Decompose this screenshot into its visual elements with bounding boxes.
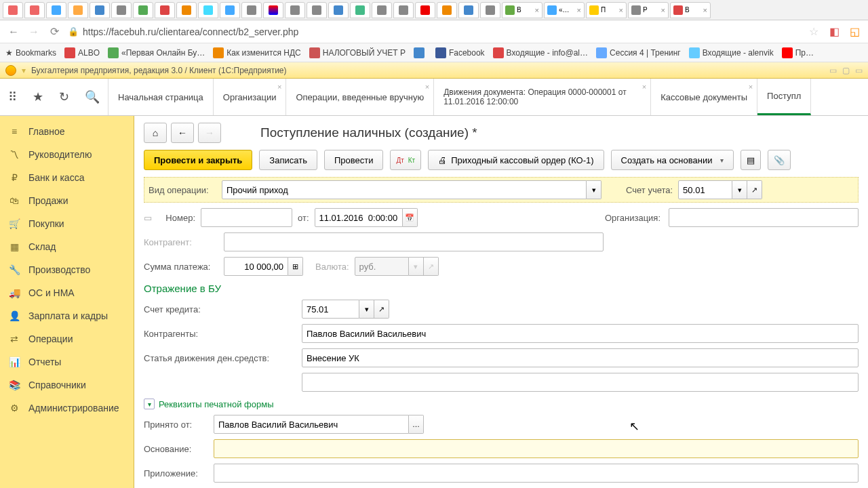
browser-tab[interactable] — [263, 2, 283, 18]
close-icon[interactable]: × — [425, 83, 429, 91]
tab-receipt[interactable]: Поступл — [757, 79, 811, 115]
sum-input[interactable] — [224, 257, 288, 276]
sidebar-item-admin[interactable]: ⚙Администрирование — [0, 396, 134, 420]
tab-organizations[interactable]: Организации× — [214, 79, 287, 115]
browser-tab-active[interactable]: П× — [586, 2, 627, 18]
bookmarks-folder[interactable]: ★ Bookmarks — [5, 48, 56, 58]
sidebar-item-warehouse[interactable]: ▦Склад — [0, 235, 134, 258]
browser-tab[interactable] — [328, 2, 349, 18]
browser-tab[interactable] — [155, 2, 175, 18]
counterparty-input[interactable] — [224, 232, 604, 251]
section-print[interactable]: ▾ Реквизиты печатной формы — [144, 399, 859, 409]
ext-icon[interactable]: ◧ — [827, 25, 841, 39]
sidebar-item-sales[interactable]: 🛍Продажи — [0, 189, 134, 212]
close-icon[interactable]: × — [277, 83, 281, 91]
tab-home[interactable]: Начальная страница — [108, 79, 214, 115]
browser-tab[interactable] — [458, 2, 479, 18]
browser-tab[interactable] — [90, 2, 110, 18]
post-close-button[interactable]: Провести и закрыть — [144, 150, 252, 170]
calc-icon[interactable]: ⊞ — [288, 257, 303, 276]
browser-tab[interactable] — [220, 2, 240, 18]
browser-tab[interactable] — [415, 2, 435, 18]
tab-manual-operations[interactable]: Операции, введенные вручную× — [286, 79, 434, 115]
close-icon[interactable]: × — [535, 6, 539, 14]
browser-tab[interactable] — [111, 2, 132, 18]
post-button[interactable]: Провести — [324, 150, 384, 170]
tab-movements[interactable]: Движения документа: Операция 0000-000001… — [434, 79, 651, 115]
bookmark[interactable]: «Первая Онлайн Бу… — [108, 47, 205, 58]
browser-tab[interactable]: Р× — [628, 2, 669, 18]
arrow-icon[interactable]: ▾ — [22, 66, 26, 75]
sidebar-item-production[interactable]: 🔧Производство — [0, 258, 134, 281]
dropdown-icon[interactable]: ▾ — [359, 300, 374, 319]
op-type-input[interactable] — [222, 180, 587, 199]
browser-tab[interactable] — [350, 2, 370, 18]
close-icon[interactable]: × — [619, 6, 623, 14]
browser-tab[interactable] — [372, 2, 392, 18]
browser-tab[interactable] — [437, 2, 457, 18]
close-icon[interactable]: × — [749, 83, 753, 91]
browser-tab[interactable]: В× — [670, 2, 711, 18]
dropdown-icon[interactable]: ▾ — [587, 180, 601, 199]
bookmark[interactable]: Входящие - alenvik — [689, 47, 774, 58]
browser-tab[interactable] — [176, 2, 197, 18]
sidebar-item-operations[interactable]: ⇄Операции — [0, 327, 134, 350]
close-icon[interactable]: × — [661, 6, 665, 14]
number-input[interactable] — [201, 208, 292, 227]
extra-input[interactable] — [302, 373, 859, 392]
back-button[interactable]: ← — [171, 123, 194, 143]
dropdown-icon[interactable]: ▾ — [732, 180, 747, 199]
reload-icon[interactable]: ⟳ — [47, 25, 61, 39]
app-btn[interactable]: ▭ — [855, 66, 863, 75]
select-icon[interactable]: … — [409, 415, 424, 434]
sidebar-item-bank[interactable]: ₽Банк и касса — [0, 166, 134, 189]
bookmark[interactable] — [414, 47, 427, 58]
browser-tab[interactable] — [480, 2, 500, 18]
sidebar-item-assets[interactable]: 🚚ОС и НМА — [0, 281, 134, 304]
search-icon[interactable]: 🔍 — [85, 89, 100, 104]
close-icon[interactable]: × — [642, 83, 646, 91]
app-btn[interactable]: ▭ — [829, 66, 837, 75]
save-button[interactable]: Записать — [259, 150, 317, 170]
browser-tab[interactable] — [24, 2, 45, 18]
browser-tab[interactable]: В× — [502, 2, 542, 18]
browser-tab[interactable] — [241, 2, 262, 18]
app-btn[interactable]: ▢ — [842, 66, 850, 75]
account-input[interactable] — [678, 180, 732, 199]
browser-tab[interactable] — [198, 2, 218, 18]
browser-tab[interactable] — [133, 2, 153, 18]
bookmark[interactable]: НАЛОГОВЫЙ УЧЕТ Р — [309, 47, 406, 58]
cash-order-button[interactable]: 🖨Приходный кассовый ордер (КО-1) — [428, 150, 604, 170]
tab-cash-docs[interactable]: Кассовые документы× — [651, 79, 757, 115]
apps-icon[interactable]: ⠿ — [8, 89, 17, 104]
counterparties-input[interactable] — [302, 324, 859, 343]
dt-kt-button[interactable]: ДтКт — [390, 150, 421, 170]
date-input[interactable] — [315, 208, 403, 227]
bookmark[interactable]: Входящие - info@al… — [493, 47, 588, 58]
browser-tab[interactable] — [3, 2, 23, 18]
open-icon[interactable]: ↗ — [374, 300, 389, 319]
forward-button[interactable]: → — [198, 123, 221, 143]
create-based-button[interactable]: Создать на основании — [611, 150, 734, 170]
sidebar-item-main[interactable]: ≡Главное — [0, 120, 134, 143]
open-icon[interactable]: ↗ — [424, 257, 439, 276]
star-icon[interactable]: ☆ — [807, 25, 821, 39]
sidebar-item-manager[interactable]: 〽Руководителю — [0, 143, 134, 166]
ext-icon[interactable]: ◱ — [848, 25, 861, 39]
credit-input[interactable] — [302, 300, 359, 319]
back-icon[interactable]: ← — [7, 25, 20, 39]
star-icon[interactable]: ★ — [33, 89, 43, 104]
history-icon[interactable]: ↻ — [59, 89, 69, 104]
sidebar-item-hr[interactable]: 👤Зарплата и кадры — [0, 304, 134, 327]
sidebar-item-catalogs[interactable]: 📚Справочники — [0, 373, 134, 396]
attach-input[interactable] — [214, 464, 859, 483]
dds-input[interactable] — [302, 348, 859, 367]
browser-tab[interactable]: «…× — [544, 2, 585, 18]
url-box[interactable]: 🔒 — [68, 26, 800, 37]
open-icon[interactable]: ↗ — [747, 180, 762, 199]
clip-button[interactable]: 📎 — [768, 150, 791, 170]
bookmark[interactable]: ALBO — [64, 47, 100, 58]
sidebar-item-purchases[interactable]: 🛒Покупки — [0, 212, 134, 235]
dropdown-icon[interactable]: ▾ — [409, 257, 424, 276]
forward-icon[interactable]: → — [27, 25, 41, 39]
